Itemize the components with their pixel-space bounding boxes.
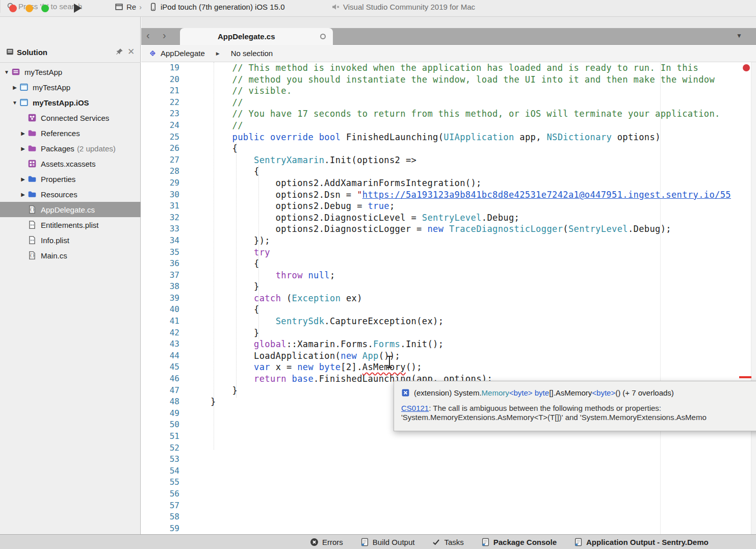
dock-item-application-output-sentry-demo[interactable]: Application Output - Sentry.Demo bbox=[574, 538, 709, 546]
line-number[interactable]: 42 bbox=[141, 327, 179, 339]
code-text[interactable]: } bbox=[211, 281, 259, 293]
code-text[interactable]: LoadApplication(new App()); bbox=[211, 350, 400, 362]
code-line-39[interactable]: 39 catch (Exception ex) bbox=[141, 293, 756, 304]
line-number[interactable]: 46 bbox=[141, 373, 179, 385]
code-line-43[interactable]: 43 global::Xamarin.Forms.Forms.Init(); bbox=[141, 338, 756, 350]
dock-item-tasks[interactable]: Tasks bbox=[432, 538, 463, 546]
sidebar-item-references[interactable]: ▶References bbox=[0, 125, 141, 141]
line-number[interactable]: 37 bbox=[141, 270, 179, 281]
run-button[interactable] bbox=[74, 4, 82, 13]
line-number[interactable]: 55 bbox=[141, 477, 179, 488]
code-line-26[interactable]: 26 { bbox=[141, 143, 756, 154]
dock-item-build-output[interactable]: Build Output bbox=[360, 538, 415, 546]
code-line-21[interactable]: 21 // visible. bbox=[141, 85, 756, 97]
minimize-window-button[interactable] bbox=[25, 5, 33, 12]
code-line-37[interactable]: 37 throw null; bbox=[141, 270, 756, 281]
line-number[interactable]: 48 bbox=[141, 396, 179, 408]
line-number[interactable]: 25 bbox=[141, 132, 179, 143]
line-number[interactable]: 35 bbox=[141, 247, 179, 258]
code-line-54[interactable]: 54 bbox=[141, 465, 756, 477]
code-text[interactable]: // This method is invoked when the appli… bbox=[211, 62, 698, 74]
expand-arrow-icon[interactable]: ▶ bbox=[19, 176, 27, 182]
navigate-forward-button[interactable]: › bbox=[163, 30, 166, 41]
code-text[interactable]: options2.DiagnosticLevel = SentryLevel.D… bbox=[211, 212, 519, 224]
line-number[interactable]: 24 bbox=[141, 120, 179, 132]
code-text[interactable]: }); bbox=[211, 235, 270, 247]
code-line-27[interactable]: 27 SentryXamarin.Init(options2 => bbox=[141, 154, 756, 166]
line-number[interactable]: 36 bbox=[141, 258, 179, 270]
code-line-58[interactable]: 58 bbox=[141, 511, 756, 523]
code-text[interactable]: { bbox=[211, 304, 259, 316]
code-line-25[interactable]: 25 public override bool FinishedLaunchin… bbox=[141, 132, 756, 143]
breadcrumb-class[interactable]: AppDelegate bbox=[161, 49, 205, 58]
tab-appdelegate[interactable]: AppDelegate.cs bbox=[180, 28, 333, 45]
line-number[interactable]: 30 bbox=[141, 189, 179, 201]
line-number[interactable]: 39 bbox=[141, 293, 179, 304]
code-text[interactable]: SentryXamarin.Init(options2 => bbox=[211, 154, 416, 166]
line-number[interactable]: 40 bbox=[141, 304, 179, 316]
code-text[interactable]: options2.AddXamarinFormsIntegration(); bbox=[211, 177, 482, 189]
code-line-41[interactable]: 41 SentrySdk.CaptureException(ex); bbox=[141, 316, 756, 327]
expand-arrow-icon[interactable]: ▶ bbox=[19, 146, 27, 151]
code-line-59[interactable]: 59 bbox=[141, 523, 756, 534]
line-number[interactable]: 33 bbox=[141, 223, 179, 235]
line-number[interactable]: 43 bbox=[141, 338, 179, 350]
sidebar-item-info-plist[interactable]: Info.plist bbox=[0, 232, 141, 248]
code-text[interactable]: // You have 17 seconds to return from th… bbox=[211, 108, 720, 120]
error-code-link[interactable]: CS0121 bbox=[401, 404, 429, 412]
navigate-back-button[interactable]: ‹ bbox=[146, 30, 150, 41]
code-line-53[interactable]: 53 bbox=[141, 454, 756, 465]
sidebar-item-entitlements-plist[interactable]: Entitlements.plist bbox=[0, 217, 141, 232]
code-line-52[interactable]: 52 bbox=[141, 442, 756, 454]
code-line-31[interactable]: 31 options2.Debug = true; bbox=[141, 200, 756, 212]
close-pad-icon[interactable]: ✕ bbox=[127, 46, 135, 57]
code-text[interactable]: options2.Dsn = "https://5a193123a9b841bc… bbox=[211, 189, 731, 201]
code-text[interactable]: public override bool FinishedLaunching(U… bbox=[211, 132, 661, 143]
code-line-32[interactable]: 32 options2.DiagnosticLevel = SentryLeve… bbox=[141, 212, 756, 224]
code-line-57[interactable]: 57 bbox=[141, 500, 756, 512]
line-number[interactable]: 20 bbox=[141, 74, 179, 86]
sidebar-item-resources[interactable]: ▶Resources bbox=[0, 187, 141, 202]
line-number[interactable]: 21 bbox=[141, 85, 179, 97]
sidebar-item-properties[interactable]: ▶Properties bbox=[0, 171, 141, 187]
sidebar-item-appdelegate-cs[interactable]: {}AppDelegate.cs bbox=[0, 202, 141, 217]
line-number[interactable]: 34 bbox=[141, 235, 179, 247]
sidebar-item-assets-xcassets[interactable]: Assets.xcassets bbox=[0, 156, 141, 171]
code-line-42[interactable]: 42 } bbox=[141, 327, 756, 339]
code-line-45[interactable]: 45 var x = new byte[2].AsMemory(); bbox=[141, 361, 756, 373]
code-line-22[interactable]: 22 // bbox=[141, 97, 756, 109]
build-configuration-selector[interactable]: Re › bbox=[115, 3, 142, 11]
code-line-34[interactable]: 34 }); bbox=[141, 235, 756, 247]
code-text[interactable]: SentrySdk.CaptureException(ex); bbox=[211, 316, 444, 327]
sidebar-item-mytestapp[interactable]: ▶myTestApp bbox=[0, 80, 141, 95]
zoom-window-button[interactable] bbox=[41, 5, 49, 12]
code-text[interactable]: // visible. bbox=[211, 85, 292, 97]
line-number[interactable]: 49 bbox=[141, 408, 179, 420]
code-text[interactable]: { bbox=[211, 258, 259, 270]
code-text[interactable]: catch (Exception ex) bbox=[211, 293, 362, 304]
line-number[interactable]: 45 bbox=[141, 361, 179, 373]
code-line-36[interactable]: 36 { bbox=[141, 258, 756, 270]
line-number[interactable]: 59 bbox=[141, 523, 179, 534]
code-line-24[interactable]: 24 // bbox=[141, 120, 756, 132]
sidebar-item-packages[interactable]: ▶Packages(2 updates) bbox=[0, 141, 141, 156]
line-number[interactable]: 54 bbox=[141, 465, 179, 477]
line-number[interactable]: 23 bbox=[141, 108, 179, 120]
expand-arrow-icon[interactable]: ▶ bbox=[11, 85, 18, 90]
code-line-38[interactable]: 38 } bbox=[141, 281, 756, 293]
device-selector[interactable]: iPod touch (7th generation) iOS 15.0 bbox=[149, 3, 285, 11]
code-line-51[interactable]: 51 bbox=[141, 431, 756, 442]
line-number[interactable]: 27 bbox=[141, 154, 179, 166]
dock-item-errors[interactable]: Errors bbox=[310, 538, 343, 546]
code-line-29[interactable]: 29 options2.AddXamarinFormsIntegration()… bbox=[141, 177, 756, 189]
line-number[interactable]: 56 bbox=[141, 488, 179, 500]
code-line-56[interactable]: 56 bbox=[141, 488, 756, 500]
line-number[interactable]: 52 bbox=[141, 442, 179, 454]
collapse-arrow-icon[interactable]: ▼ bbox=[11, 100, 18, 106]
collapse-arrow-icon[interactable]: ▼ bbox=[3, 69, 10, 75]
code-text[interactable]: } bbox=[211, 327, 259, 339]
sidebar-item-main-cs[interactable]: {}Main.cs bbox=[0, 248, 141, 263]
code-line-30[interactable]: 30 options2.Dsn = "https://5a193123a9b84… bbox=[141, 189, 756, 201]
line-number[interactable]: 50 bbox=[141, 419, 179, 431]
line-number[interactable]: 53 bbox=[141, 454, 179, 465]
